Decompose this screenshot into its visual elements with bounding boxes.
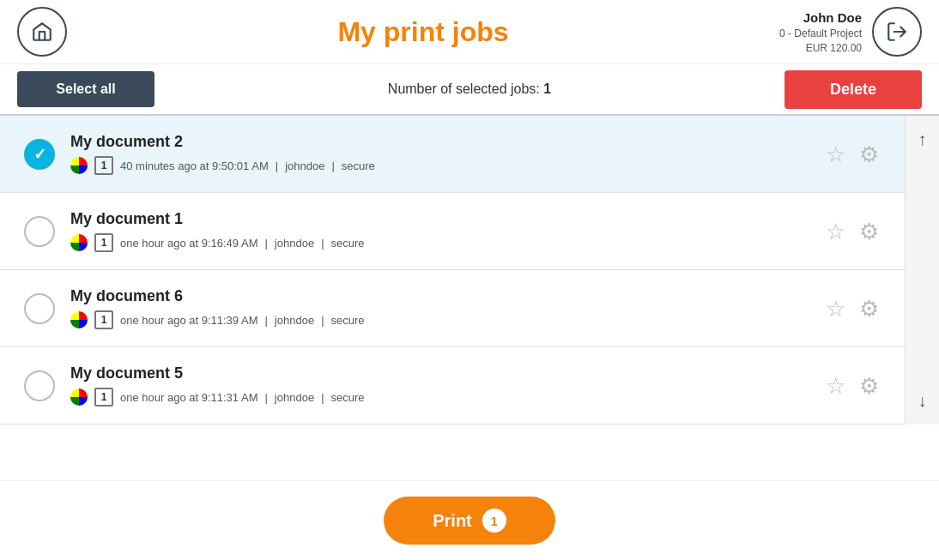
checkbox-checked[interactable]: ✓ bbox=[24, 139, 55, 170]
job-info: My document 1 1 one hour ago at 9:16:49 … bbox=[62, 210, 826, 252]
job-actions: ☆ ⚙ bbox=[826, 375, 879, 397]
scrollbar-track: ↑ ↓ bbox=[905, 116, 939, 425]
color-wheel-icon bbox=[70, 234, 88, 251]
select-all-button[interactable]: Select all bbox=[17, 71, 154, 107]
checkbox-unchecked[interactable] bbox=[24, 293, 55, 324]
delete-button[interactable]: Delete bbox=[785, 70, 922, 109]
job-meta: 1 one hour ago at 9:16:49 AM | johndoe |… bbox=[70, 233, 826, 252]
selected-info: Number of selected jobs: 1 bbox=[388, 81, 551, 97]
separator: | bbox=[321, 391, 324, 404]
job-info: My document 2 1 40 minutes ago at 9:50:0… bbox=[62, 133, 826, 175]
table-row: ✓ My document 2 1 40 minutes ago at 9:50… bbox=[0, 116, 905, 193]
page-count-badge: 1 bbox=[94, 310, 113, 329]
checkmark-icon: ✓ bbox=[33, 145, 46, 164]
job-user: johndoe bbox=[275, 237, 314, 250]
job-title: My document 5 bbox=[70, 364, 826, 382]
user-name: John Doe bbox=[779, 9, 862, 27]
job-time: one hour ago at 9:11:39 AM bbox=[120, 314, 257, 327]
checkbox-area[interactable] bbox=[17, 370, 62, 401]
selected-count: 1 bbox=[543, 81, 551, 96]
job-info: My document 6 1 one hour ago at 9:11:39 … bbox=[62, 287, 826, 329]
checkbox-area[interactable] bbox=[17, 216, 62, 247]
job-actions: ☆ ⚙ bbox=[826, 143, 879, 166]
star-icon[interactable]: ☆ bbox=[826, 298, 845, 320]
job-meta: 1 one hour ago at 9:11:31 AM | johndoe |… bbox=[70, 388, 826, 406]
separator: | bbox=[264, 237, 267, 250]
gear-icon[interactable]: ⚙ bbox=[859, 143, 879, 166]
table-row: My document 5 1 one hour ago at 9:11:31 … bbox=[0, 347, 905, 425]
job-meta: 1 one hour ago at 9:11:39 AM | johndoe |… bbox=[70, 310, 826, 329]
job-user: johndoe bbox=[285, 160, 324, 172]
selected-info-prefix: Number of selected jobs: bbox=[388, 81, 540, 96]
checkbox-area[interactable] bbox=[17, 293, 62, 324]
print-bar: Print 1 bbox=[0, 480, 939, 560]
job-security: secure bbox=[331, 314, 365, 327]
user-balance: EUR 120.00 bbox=[779, 41, 862, 56]
star-icon[interactable]: ☆ bbox=[826, 143, 845, 166]
page-count-badge: 1 bbox=[94, 388, 113, 406]
job-security: secure bbox=[342, 160, 375, 172]
separator: | bbox=[276, 160, 278, 172]
separator: | bbox=[331, 160, 334, 172]
table-row: My document 6 1 one hour ago at 9:11:39 … bbox=[0, 270, 905, 347]
print-label: Print bbox=[433, 511, 472, 531]
job-info: My document 5 1 one hour ago at 9:11:31 … bbox=[62, 364, 826, 406]
job-actions: ☆ ⚙ bbox=[826, 298, 879, 320]
header: My print jobs John Doe 0 - Default Proje… bbox=[0, 0, 939, 64]
color-wheel-icon bbox=[70, 388, 88, 406]
color-wheel-icon bbox=[70, 157, 88, 174]
separator: | bbox=[321, 237, 324, 250]
job-list: ✓ My document 2 1 40 minutes ago at 9:50… bbox=[0, 116, 905, 425]
table-row: My document 1 1 one hour ago at 9:16:49 … bbox=[0, 193, 905, 270]
logout-button[interactable] bbox=[872, 7, 922, 57]
star-icon[interactable]: ☆ bbox=[826, 375, 845, 397]
user-project: 0 - Default Project bbox=[779, 27, 862, 41]
scroll-up-arrow[interactable]: ↑ bbox=[913, 124, 932, 154]
job-meta: 1 40 minutes ago at 9:50:01 AM | johndoe… bbox=[70, 156, 826, 175]
color-wheel-icon bbox=[70, 311, 88, 328]
separator: | bbox=[264, 314, 267, 327]
checkbox-unchecked[interactable] bbox=[24, 216, 55, 247]
toolbar: Select all Number of selected jobs: 1 De… bbox=[0, 64, 939, 116]
separator: | bbox=[321, 314, 324, 327]
user-details: John Doe 0 - Default Project EUR 120.00 bbox=[779, 9, 862, 56]
job-time: one hour ago at 9:16:49 AM bbox=[120, 237, 257, 250]
scroll-down-arrow[interactable]: ↓ bbox=[913, 386, 932, 416]
page-count-badge: 1 bbox=[94, 156, 113, 175]
print-count-badge: 1 bbox=[482, 509, 506, 533]
print-button[interactable]: Print 1 bbox=[384, 497, 555, 545]
job-time: one hour ago at 9:11:31 AM bbox=[120, 391, 257, 404]
job-security: secure bbox=[331, 237, 365, 250]
user-info: John Doe 0 - Default Project EUR 120.00 bbox=[779, 7, 922, 57]
job-title: My document 6 bbox=[70, 287, 826, 305]
page-title: My print jobs bbox=[337, 16, 508, 48]
home-button[interactable] bbox=[17, 7, 67, 57]
star-icon[interactable]: ☆ bbox=[826, 220, 845, 243]
job-user: johndoe bbox=[275, 391, 314, 404]
gear-icon[interactable]: ⚙ bbox=[859, 220, 879, 243]
job-time: 40 minutes ago at 9:50:01 AM bbox=[120, 160, 269, 172]
job-actions: ☆ ⚙ bbox=[826, 220, 879, 243]
job-title: My document 1 bbox=[70, 210, 826, 228]
job-list-wrapper: ✓ My document 2 1 40 minutes ago at 9:50… bbox=[0, 116, 939, 425]
checkbox-area[interactable]: ✓ bbox=[17, 139, 62, 170]
checkbox-unchecked[interactable] bbox=[24, 370, 55, 401]
gear-icon[interactable]: ⚙ bbox=[859, 298, 879, 320]
separator: | bbox=[264, 391, 267, 404]
gear-icon[interactable]: ⚙ bbox=[859, 375, 879, 397]
job-user: johndoe bbox=[275, 314, 314, 327]
page-count-badge: 1 bbox=[94, 233, 113, 252]
job-security: secure bbox=[331, 391, 365, 404]
job-title: My document 2 bbox=[70, 133, 826, 151]
